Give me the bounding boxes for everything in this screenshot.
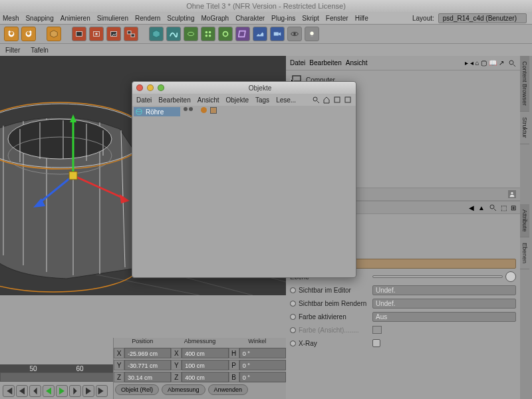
op-menu-lese[interactable]: Lese...	[276, 96, 296, 104]
spline-button[interactable]	[166, 27, 181, 41]
instance-button[interactable]	[218, 27, 233, 41]
menu-charakter[interactable]: Charakter	[235, 15, 265, 22]
objects-panel-window[interactable]: Objekte Datei Bearbeiten Ansicht Objekte…	[132, 81, 356, 278]
generator-cube-button[interactable]	[149, 27, 164, 41]
layer-dropdown[interactable]	[372, 275, 503, 278]
up-icon[interactable]: ▲	[478, 204, 485, 211]
dim-x-input[interactable]: 400 cm	[182, 348, 228, 358]
layer-picker-icon[interactable]	[505, 271, 516, 282]
menu-snapping[interactable]: Snapping	[25, 15, 53, 22]
menu-mograph[interactable]: MoGraph	[201, 15, 229, 22]
op-menu-ansicht[interactable]: Ansicht	[198, 96, 219, 104]
light-button[interactable]	[305, 27, 319, 41]
render-pv-button[interactable]	[124, 27, 138, 41]
tree-item-roehre[interactable]: Röhre	[134, 107, 180, 116]
color-enable-dropdown[interactable]: Aus	[372, 312, 516, 322]
sidetab-struktur[interactable]: Struktur	[520, 112, 529, 144]
menu-sculpting[interactable]: Sculpting	[167, 15, 194, 22]
deformer-button[interactable]	[235, 27, 250, 41]
render-button[interactable]	[72, 27, 86, 41]
tag-phong-icon[interactable]	[210, 107, 217, 114]
person-icon[interactable]	[508, 190, 516, 198]
dim-z-input[interactable]: 400 cm	[182, 372, 228, 382]
ang-p-input[interactable]: 0 °	[239, 360, 286, 370]
goto-start-button[interactable]	[3, 385, 15, 397]
coords-mode-dropdown[interactable]: Objekt (Rel)	[115, 384, 159, 395]
menu-rendern[interactable]: Rendern	[135, 15, 160, 22]
cb-menu-ansicht[interactable]: Ansicht	[346, 59, 368, 66]
sidetab-content-browser[interactable]: Content Browser	[520, 56, 529, 112]
home-icon[interactable]	[323, 96, 331, 104]
cb-menu-datei[interactable]: Datei	[290, 59, 305, 66]
redo-button[interactable]	[21, 27, 36, 41]
undo-button[interactable]	[4, 27, 19, 41]
prev-frame-button[interactable]	[29, 385, 41, 397]
close-icon[interactable]	[136, 84, 143, 91]
cb-menu-bearbeiten[interactable]: Bearbeiten	[309, 59, 341, 66]
menu-mesh[interactable]: Mesh	[3, 15, 19, 22]
eye-icon[interactable]	[287, 27, 302, 41]
next-frame-button[interactable]	[69, 385, 81, 397]
render-visibility-dropdown[interactable]: Undef.	[372, 299, 516, 309]
environment-button[interactable]	[253, 27, 267, 41]
editor-visibility-dropdown[interactable]: Undef.	[372, 285, 516, 295]
pos-x-input[interactable]: -25.969 cm	[124, 348, 171, 358]
ang-b-input[interactable]: 0 °	[239, 372, 286, 382]
menu-simulieren[interactable]: Simulieren	[97, 15, 128, 22]
zoom-icon[interactable]	[158, 84, 164, 91]
new-icon[interactable]: ⊞	[511, 204, 516, 211]
objects-panel-titlebar[interactable]: Objekte	[132, 82, 356, 94]
next-key-button[interactable]	[82, 385, 94, 397]
tag-dot[interactable]	[201, 107, 207, 113]
prev-key-button[interactable]	[16, 385, 28, 397]
coords-dim-dropdown[interactable]: Abmessung	[162, 384, 205, 395]
search-icon[interactable]	[312, 96, 320, 104]
attr-editor-vis-label: Sichtbar im Editor	[290, 287, 370, 294]
camera-button[interactable]	[270, 27, 285, 41]
pos-z-input[interactable]: 30.14 cm	[124, 372, 171, 382]
goto-end-button[interactable]	[96, 385, 108, 397]
play-button[interactable]	[56, 385, 68, 397]
cube-primitive-button[interactable]	[47, 27, 61, 41]
op-menu-tags[interactable]: Tags	[255, 96, 269, 104]
search-icon[interactable]	[508, 59, 516, 67]
layout-dropdown[interactable]: psd_R14_c4d (Benutzer)	[438, 13, 527, 23]
menu-animieren[interactable]: Animieren	[61, 15, 90, 22]
svg-point-2	[95, 33, 98, 35]
render-settings-button[interactable]	[106, 27, 121, 41]
menu-hilfe[interactable]: Hilfe	[355, 15, 368, 22]
sidetab-ebenen[interactable]: Ebenen	[520, 237, 529, 269]
objects-tree[interactable]: Röhre	[132, 106, 356, 118]
attr-xray-label: X-Ray	[290, 340, 370, 347]
search-icon[interactable]	[489, 203, 497, 211]
popout-icon[interactable]	[344, 96, 352, 104]
dim-y-input[interactable]: 100 cm	[182, 360, 228, 370]
op-menu-datei[interactable]: Datei	[136, 96, 152, 104]
expand-icon[interactable]	[333, 96, 341, 104]
array-button[interactable]	[201, 27, 215, 41]
menu-plugins[interactable]: Plug-ins	[271, 15, 295, 22]
ang-h-input[interactable]: 0 °	[239, 348, 286, 358]
svg-point-68	[136, 109, 142, 112]
prev-icon[interactable]: ◀	[469, 204, 474, 211]
play-back-button[interactable]	[43, 385, 55, 397]
apply-button[interactable]: Anwenden	[208, 384, 249, 395]
tafeln-tab[interactable]: Tafeln	[31, 47, 49, 54]
op-menu-objekte[interactable]: Objekte	[226, 96, 249, 104]
nurbs-button[interactable]	[184, 27, 198, 41]
ang-p-label: P	[229, 360, 239, 370]
render-region-button[interactable]	[89, 27, 104, 41]
color-swatch[interactable]	[372, 326, 382, 334]
filter-tab[interactable]: Filter	[5, 47, 20, 54]
menu-fenster[interactable]: Fenster	[326, 15, 348, 22]
sidetab-attribute[interactable]: Attribute	[520, 204, 529, 238]
xray-checkbox[interactable]	[372, 339, 380, 347]
window-title: Ohne Titel 3 * (NFR Version - Restricted…	[0, 0, 532, 12]
minimize-icon[interactable]	[147, 84, 154, 91]
pos-y-input[interactable]: -30.771 cm	[124, 360, 171, 370]
menu-skript[interactable]: Skript	[302, 15, 319, 22]
lock-icon[interactable]: ⬚	[501, 204, 507, 211]
op-menu-bearbeiten[interactable]: Bearbeiten	[158, 96, 190, 104]
render-vis-dot[interactable]	[189, 107, 193, 111]
editor-vis-dot[interactable]	[184, 107, 188, 111]
